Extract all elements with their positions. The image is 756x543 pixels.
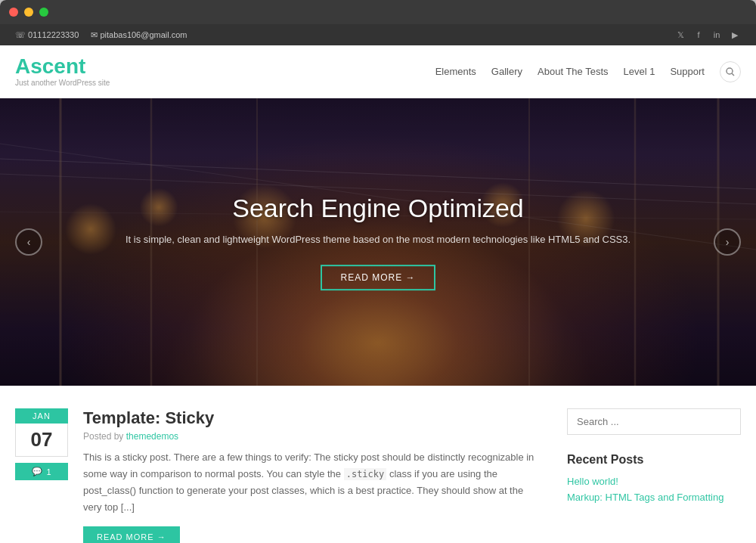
content-area: JAN 07 💬 1 Template: Sticky Posted by th… — [0, 386, 756, 543]
sidebar-recent-posts: Recent Posts Hello world! Markup: HTML T… — [567, 453, 741, 503]
site-header: Ascent Just another WordPress site Eleme… — [0, 45, 756, 98]
logo-subtitle: Just another WordPress site — [15, 79, 110, 87]
search-input[interactable] — [567, 408, 741, 435]
post-meta: Posted by themedemos — [83, 431, 544, 442]
sidebar-search — [567, 408, 741, 435]
comment-count: 1 — [46, 467, 51, 476]
comment-icon: 💬 — [32, 467, 42, 476]
twitter-icon[interactable]: 𝕏 — [674, 29, 686, 41]
svg-line-1 — [732, 73, 734, 76]
email-info: ✉ pitabas106@gmail.com — [91, 30, 187, 40]
hero-subtitle: It is simple, clean and lightweight Word… — [76, 232, 680, 248]
maximize-dot[interactable] — [39, 8, 48, 17]
youtube-icon[interactable]: ▶ — [729, 29, 741, 41]
post-meta-prefix: Posted by — [83, 431, 126, 442]
nav-support[interactable]: Support — [670, 66, 705, 77]
sidebar: Recent Posts Hello world! Markup: HTML T… — [567, 408, 741, 543]
svg-point-0 — [727, 68, 733, 74]
phone-info: ☏ 01112223330 — [15, 30, 79, 40]
date-month: JAN — [15, 408, 68, 424]
hero-title: Search Engine Optimized — [76, 194, 680, 223]
header-search-button[interactable] — [720, 61, 741, 82]
slider-prev-button[interactable]: ‹ — [15, 228, 42, 256]
post-body: Template: Sticky Posted by themedemos Th… — [83, 408, 544, 543]
facebook-icon[interactable]: f — [692, 29, 705, 41]
top-bar: ☏ 01112223330 ✉ pitabas106@gmail.com 𝕏 f… — [0, 24, 756, 45]
post-item: JAN 07 💬 1 Template: Sticky Posted by th… — [15, 408, 544, 543]
close-dot[interactable] — [9, 8, 18, 17]
browser-window: ☏ 01112223330 ✉ pitabas106@gmail.com 𝕏 f… — [0, 0, 756, 543]
slider-next-button[interactable]: › — [714, 228, 741, 256]
recent-posts-title: Recent Posts — [567, 453, 741, 467]
recent-post-1[interactable]: Markup: HTML Tags and Formatting — [567, 492, 741, 503]
hero-cta-button[interactable]: READ MORE → — [321, 265, 435, 290]
nav-about[interactable]: About The Tests — [538, 66, 608, 77]
site-nav: Elements Gallery About The Tests Level 1… — [435, 61, 741, 82]
nav-gallery[interactable]: Gallery — [491, 66, 522, 77]
nav-level1[interactable]: Level 1 — [624, 66, 655, 77]
post-author-link[interactable]: themedemos — [126, 431, 178, 442]
logo-text[interactable]: Ascent — [15, 56, 110, 77]
hero-content: Search Engine Optimized It is simple, cl… — [76, 194, 680, 290]
search-icon — [726, 67, 735, 76]
comment-badge[interactable]: 💬 1 — [15, 463, 68, 480]
main-content: JAN 07 💬 1 Template: Sticky Posted by th… — [15, 408, 567, 543]
linkedin-icon[interactable]: in — [711, 29, 723, 41]
hero-slider: Search Engine Optimized It is simple, cl… — [0, 98, 756, 386]
post-excerpt: This is a sticky post. There are a few t… — [83, 449, 544, 516]
nav-elements[interactable]: Elements — [435, 66, 476, 77]
top-bar-left: ☏ 01112223330 ✉ pitabas106@gmail.com — [15, 30, 187, 40]
read-more-button[interactable]: READ MORE → — [83, 526, 180, 543]
top-bar-right: 𝕏 f in ▶ — [674, 29, 741, 41]
minimize-dot[interactable] — [24, 8, 33, 17]
date-day: 07 — [15, 424, 68, 457]
recent-post-0[interactable]: Hello world! — [567, 476, 741, 487]
site-logo: Ascent Just another WordPress site — [15, 56, 110, 87]
browser-chrome — [0, 0, 756, 24]
post-date-box: JAN 07 💬 1 — [15, 408, 68, 543]
post-title: Template: Sticky — [83, 408, 544, 428]
